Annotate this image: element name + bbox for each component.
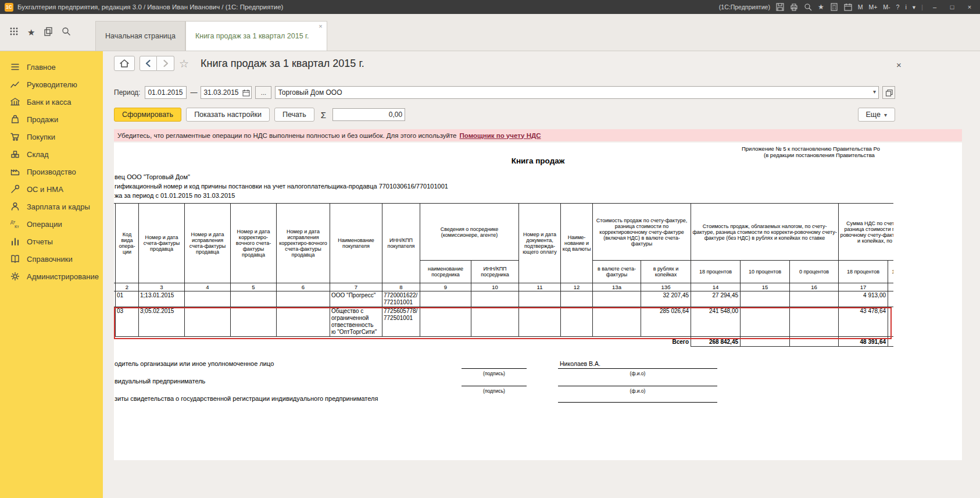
table-cell[interactable]: 01 xyxy=(116,291,139,307)
table-cell[interactable] xyxy=(185,307,231,337)
forward-button[interactable] xyxy=(157,56,174,71)
sidebar-item-directories[interactable]: Справочники xyxy=(0,250,103,268)
window-close-button[interactable]: × xyxy=(964,2,975,12)
table-cell[interactable]: 4 913,00 xyxy=(839,291,888,307)
table-cell[interactable]: 43 478,64 xyxy=(839,307,888,337)
manager-signature-label: одитель организации или иное уполномочен… xyxy=(115,360,274,367)
save-icon[interactable] xyxy=(776,3,784,11)
chevron-down-icon[interactable]: ▾ xyxy=(913,3,915,10)
table-cell[interactable] xyxy=(561,307,593,337)
th-vat-18: 18 процентов xyxy=(839,261,888,283)
table-cell[interactable] xyxy=(741,291,790,307)
amount-input[interactable] xyxy=(332,108,405,121)
table-cell[interactable] xyxy=(593,307,641,337)
sidebar-item-purchases[interactable]: Покупки xyxy=(0,128,103,145)
sidebar-item-reports[interactable]: Отчеты xyxy=(0,233,103,250)
total-base18[interactable]: 268 842,45 xyxy=(691,337,741,347)
table-cell[interactable] xyxy=(790,291,839,307)
cart-icon xyxy=(9,131,21,142)
table-cell[interactable] xyxy=(593,291,641,307)
table-cell[interactable] xyxy=(277,291,330,307)
table-cell[interactable] xyxy=(519,307,561,337)
info-button[interactable]: i xyxy=(905,3,906,10)
table-cell[interactable] xyxy=(420,307,471,337)
favorites-star-icon[interactable]: ★ xyxy=(818,3,824,10)
back-button[interactable] xyxy=(140,56,157,71)
calendar-icon[interactable] xyxy=(844,3,852,11)
sidebar-item-operations[interactable]: ДтКтОперации xyxy=(0,215,103,233)
table-cell[interactable]: 7720001622/ 772101001 xyxy=(382,291,420,307)
total-vat18[interactable]: 48 391,64 xyxy=(839,337,888,347)
table-cell[interactable] xyxy=(231,291,277,307)
sidebar-item-warehouse[interactable]: Склад xyxy=(0,145,103,163)
table-cell[interactable]: 285 026,64 xyxy=(641,307,691,337)
sidebar-item-payroll-hr[interactable]: Зарплата и кадры xyxy=(0,198,103,215)
generate-button[interactable]: Сформировать xyxy=(114,108,181,122)
table-cell[interactable]: 7725605778/ 772501001 xyxy=(382,307,420,337)
search-icon[interactable] xyxy=(62,27,71,38)
period-from-input[interactable] xyxy=(145,86,187,99)
home-button[interactable] xyxy=(114,56,135,71)
help-button[interactable]: ? xyxy=(896,3,900,10)
table-cell[interactable]: 03 xyxy=(116,307,139,337)
calculator-icon[interactable] xyxy=(830,3,838,11)
table-cell[interactable] xyxy=(790,307,839,337)
form-close-icon[interactable]: × xyxy=(896,61,902,69)
tab-sales-book[interactable]: Книга продаж за 1 квартал 2015 г. × xyxy=(185,21,327,51)
sidebar-item-sales[interactable]: Продажи xyxy=(0,111,103,128)
table-cell[interactable]: ООО "Прогресс" xyxy=(330,291,382,307)
service-menu-grid-icon[interactable] xyxy=(9,27,19,38)
signature-line xyxy=(462,378,527,386)
vat-assistant-link[interactable]: Помощник по учету НДС xyxy=(460,132,541,139)
table-cell[interactable] xyxy=(888,291,893,307)
chevron-down-icon[interactable]: ▾ xyxy=(873,88,876,95)
table-cell[interactable] xyxy=(277,307,330,337)
memory-m-minus-button[interactable]: M- xyxy=(883,3,890,10)
window-minimize-button[interactable]: – xyxy=(929,2,940,12)
sidebar-item-fixed-assets[interactable]: ОС и НМА xyxy=(0,180,103,198)
organization-choose-button[interactable] xyxy=(882,86,895,99)
period-dash: — xyxy=(190,88,197,97)
memory-m-plus-button[interactable]: M+ xyxy=(868,3,877,10)
table-cell[interactable] xyxy=(420,291,471,307)
period-options-button[interactable]: ... xyxy=(255,86,271,99)
more-button[interactable]: Еще▾ xyxy=(858,108,895,122)
show-settings-button[interactable]: Показать настройки xyxy=(186,108,270,122)
table-cell[interactable]: 3;05.02.2015 xyxy=(139,307,185,337)
page-title: Книга продаж за 1 квартал 2015 г. xyxy=(201,58,364,70)
calendar-picker-icon[interactable] xyxy=(242,88,250,99)
tab-home[interactable]: Начальная страница xyxy=(95,21,185,51)
sidebar-item-administration[interactable]: Администрирование xyxy=(0,268,103,285)
table-cell[interactable]: 241 548,00 xyxy=(691,307,741,337)
sidebar-item-main[interactable]: Главное xyxy=(0,58,103,76)
sidebar-item-bank-cash[interactable]: Банк и касса xyxy=(0,93,103,111)
table-cell[interactable] xyxy=(561,291,593,307)
sidebar-item-manager[interactable]: Руководителю xyxy=(0,76,103,93)
col-number: 10 xyxy=(471,283,519,291)
tab-close-icon[interactable]: × xyxy=(319,23,322,30)
col-number: 5 xyxy=(231,283,277,291)
table-cell[interactable] xyxy=(471,291,519,307)
signature-caption: (подпись) xyxy=(462,371,527,376)
table-cell[interactable] xyxy=(888,307,893,337)
memory-m-button[interactable]: M xyxy=(858,3,863,10)
table-cell[interactable] xyxy=(471,307,519,337)
table-cell[interactable]: 27 294,45 xyxy=(691,291,741,307)
table-cell[interactable] xyxy=(185,291,231,307)
name-caption: (ф.и.о) xyxy=(558,388,717,394)
table-cell[interactable]: 1;13.01.2015 xyxy=(139,291,185,307)
table-cell[interactable] xyxy=(519,291,561,307)
favorites-icon[interactable]: ★ xyxy=(27,28,35,37)
table-cell[interactable]: Общество с ограниченной отвественность ю… xyxy=(330,307,382,337)
preview-magnifier-icon[interactable] xyxy=(804,3,812,11)
favorite-star-icon[interactable]: ☆ xyxy=(179,58,189,69)
print-button[interactable]: Печать xyxy=(274,108,314,122)
window-maximize-button[interactable]: □ xyxy=(946,2,958,12)
sidebar-item-production[interactable]: Производство xyxy=(0,163,103,180)
table-cell[interactable] xyxy=(231,307,277,337)
table-cell[interactable] xyxy=(741,307,790,337)
organization-input[interactable] xyxy=(275,86,879,99)
history-copy-icon[interactable] xyxy=(44,27,53,38)
print-icon[interactable] xyxy=(790,3,798,11)
table-cell[interactable]: 32 207,45 xyxy=(641,291,691,307)
